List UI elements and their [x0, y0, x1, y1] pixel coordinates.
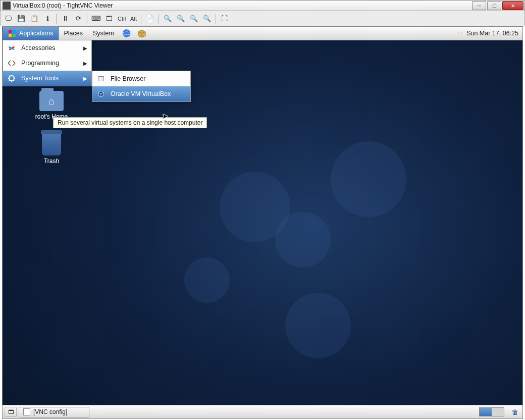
vnc-viewport: Applications Places System ⋮⋮ Sun Mar 17…	[2, 26, 523, 419]
system-label: System	[93, 30, 114, 37]
menu-item-programming[interactable]: Programming ▶	[3, 56, 91, 71]
cad-icon[interactable]: ⌨	[90, 13, 101, 24]
gnome-bottom-panel: 🗔 [VNC config] 🗑	[3, 405, 522, 418]
applications-label: Applications	[19, 30, 53, 37]
zoom-auto-icon[interactable]: 🔍	[201, 13, 213, 24]
app-icon	[3, 2, 11, 10]
places-label: Places	[64, 30, 83, 37]
wallpaper-bokeh	[184, 257, 230, 303]
save-icon[interactable]: 💾	[16, 13, 27, 24]
accessories-icon	[7, 43, 16, 52]
system-menu[interactable]: System	[88, 27, 119, 40]
menu-item-label: System Tools	[21, 75, 59, 82]
zoom-100-icon[interactable]: 🔍	[188, 13, 199, 24]
info-icon[interactable]: ℹ	[42, 13, 53, 24]
wallpaper-bokeh	[275, 212, 331, 268]
panel-grip[interactable]: ⋮⋮	[457, 27, 462, 40]
workspace-2[interactable]	[492, 408, 504, 416]
workspace-1[interactable]	[480, 408, 492, 416]
task-window-icon	[23, 408, 30, 415]
taskbar-item-vnc-config[interactable]: [VNC config]	[19, 407, 89, 417]
tooltip: Run several virtual systems on a single …	[53, 117, 207, 128]
system-tools-icon	[7, 74, 16, 83]
menu-item-accessories[interactable]: Accessories ▶	[3, 40, 91, 56]
package-launcher-icon[interactable]	[134, 27, 149, 40]
applications-menu[interactable]: Applications	[3, 27, 59, 40]
svg-rect-3	[13, 34, 16, 37]
applications-icon	[8, 29, 16, 37]
clock[interactable]: Sun Mar 17, 06:25	[462, 27, 522, 40]
toolbar-separator	[159, 14, 159, 24]
ctrl-esc-icon[interactable]: 🗔	[103, 13, 115, 24]
close-button[interactable]: ✕	[502, 1, 523, 10]
submenu-arrow-icon: ▶	[83, 61, 87, 66]
wallpaper-bokeh	[331, 141, 406, 217]
task-label: [VNC config]	[33, 408, 67, 415]
menu-item-label: Accessories	[21, 44, 55, 51]
window-buttons: ─ ☐ ✕	[472, 1, 524, 11]
ctrl-key-button[interactable]: Ctrl	[117, 16, 127, 22]
menu-item-system-tools[interactable]: System Tools ▶	[3, 71, 91, 86]
submenu-item-virtualbox[interactable]: Oracle VM VirtualBox	[92, 86, 190, 101]
submenu-item-file-browser[interactable]: File Browser	[92, 71, 190, 86]
file-browser-icon	[96, 74, 106, 83]
svg-rect-1	[13, 30, 16, 33]
submenu-item-label: File Browser	[111, 75, 145, 82]
pause-icon[interactable]: ⏸	[60, 13, 71, 24]
transfer-icon[interactable]: 📄	[144, 13, 155, 24]
places-menu[interactable]: Places	[59, 27, 88, 40]
zoom-in-icon[interactable]: 🔍	[162, 13, 173, 24]
home-folder-icon[interactable]: ⌂ root's Home	[29, 91, 74, 120]
svg-rect-0	[9, 30, 12, 33]
maximize-button[interactable]: ☐	[487, 1, 501, 10]
browser-launcher-icon[interactable]	[119, 27, 134, 40]
applications-dropdown: Accessories ▶ Programming ▶ System Tools…	[3, 40, 92, 86]
show-desktop-button[interactable]: 🗔	[5, 407, 17, 417]
window-titlebar: VirtualBox:0 (root) - TightVNC Viewer ─ …	[0, 0, 525, 11]
menu-item-label: Programming	[21, 60, 59, 67]
panel-spacer	[149, 27, 458, 40]
system-tools-submenu: File Browser Oracle VM VirtualBox	[92, 71, 191, 102]
toolbar-separator	[216, 14, 216, 24]
vnc-toolbar: 🖵 💾 📋 ℹ ⏸ ⟳ ⌨ 🗔 Ctrl Alt 📄 🔍 🔍 🔍 🔍 ⛶	[0, 11, 525, 26]
window-title: VirtualBox:0 (root) - TightVNC Viewer	[13, 2, 472, 9]
virtualbox-icon	[96, 89, 106, 98]
programming-icon	[7, 59, 16, 68]
toolbar-separator	[141, 14, 141, 24]
panel-trash-icon[interactable]: 🗑	[509, 406, 520, 417]
wallpaper-bokeh	[285, 293, 351, 358]
fullscreen-icon[interactable]: ⛶	[219, 13, 230, 24]
gnome-top-panel: Applications Places System ⋮⋮ Sun Mar 17…	[3, 27, 522, 40]
svg-rect-10	[98, 77, 103, 81]
trash-label: Trash	[29, 158, 74, 165]
options-icon[interactable]: 📋	[29, 13, 40, 24]
new-connection-icon[interactable]: 🖵	[3, 13, 14, 24]
submenu-arrow-icon: ▶	[83, 76, 87, 81]
minimize-button[interactable]: ─	[472, 1, 486, 10]
desktop[interactable]: ⌂ root's Home Trash Run several virtual …	[3, 40, 522, 405]
trash-icon[interactable]: Trash	[29, 133, 74, 165]
home-glyph-icon: ⌂	[39, 91, 64, 111]
toolbar-separator	[56, 14, 57, 24]
refresh-icon[interactable]: ⟳	[73, 13, 84, 24]
svg-rect-2	[9, 34, 12, 37]
workspace-switcher[interactable]	[479, 407, 504, 416]
submenu-item-label: Oracle VM VirtualBox	[111, 90, 171, 97]
submenu-arrow-icon: ▶	[83, 45, 87, 51]
toolbar-separator	[87, 14, 87, 24]
trashcan-icon	[42, 133, 61, 155]
folder-icon: ⌂	[39, 91, 64, 111]
zoom-out-icon[interactable]: 🔍	[175, 13, 186, 24]
alt-key-button[interactable]: Alt	[129, 16, 138, 22]
